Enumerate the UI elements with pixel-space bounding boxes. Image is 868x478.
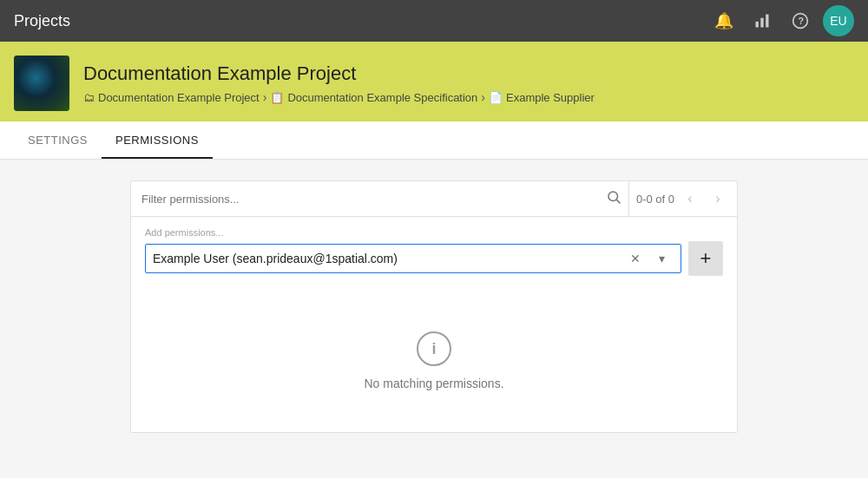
svg-rect-0 bbox=[756, 22, 759, 28]
clear-input-button[interactable]: ✕ bbox=[623, 246, 648, 271]
project-title: Documentation Example Project bbox=[83, 62, 595, 85]
breadcrumb-label-2: Example Supplier bbox=[506, 91, 595, 104]
breadcrumb: 🗂 Documentation Example Project › 📋 Docu… bbox=[83, 90, 595, 104]
pagination-next[interactable]: › bbox=[706, 187, 730, 211]
svg-point-5 bbox=[608, 192, 618, 201]
permissions-panel: 0-0 of 0 ‹ › Add permissions... ✕ ▾ + bbox=[130, 180, 738, 433]
tabs: SETTINGS PERMISSIONS bbox=[0, 121, 868, 160]
project-header: Documentation Example Project 🗂 Document… bbox=[0, 42, 868, 121]
add-input-wrap: ✕ ▾ bbox=[145, 244, 681, 273]
nav-icons: 🔔 ? EU bbox=[708, 5, 854, 36]
breadcrumb-sep-0: › bbox=[263, 90, 267, 104]
info-icon: i bbox=[417, 331, 451, 366]
filter-row: 0-0 of 0 ‹ › bbox=[131, 181, 737, 217]
user-avatar[interactable]: EU bbox=[823, 5, 854, 36]
breadcrumb-icon-1: 📋 bbox=[270, 91, 284, 104]
add-button[interactable]: + bbox=[688, 241, 723, 276]
app-title: Projects bbox=[14, 12, 70, 30]
filter-input[interactable] bbox=[141, 184, 601, 214]
breadcrumb-icon-2: 📄 bbox=[489, 91, 503, 104]
empty-state: i No matching permissions. bbox=[131, 290, 737, 432]
dropdown-arrow-icon[interactable]: ▾ bbox=[649, 246, 674, 271]
add-permissions-row: ✕ ▾ + bbox=[145, 241, 723, 276]
add-permissions-label: Add permissions... bbox=[145, 227, 723, 238]
add-input-actions: ✕ ▾ bbox=[623, 246, 674, 271]
svg-rect-2 bbox=[766, 15, 768, 28]
breadcrumb-item-1[interactable]: 📋 Documentation Example Specification bbox=[270, 91, 477, 104]
breadcrumb-label-1: Documentation Example Specification bbox=[287, 91, 477, 104]
project-thumbnail bbox=[14, 56, 69, 111]
pagination-prev[interactable]: ‹ bbox=[678, 187, 702, 211]
search-icon bbox=[606, 189, 621, 208]
pagination-label: 0-0 of 0 bbox=[636, 193, 674, 206]
tab-settings[interactable]: SETTINGS bbox=[14, 121, 102, 159]
breadcrumb-label-0: Documentation Example Project bbox=[98, 91, 260, 104]
tab-permissions[interactable]: PERMISSIONS bbox=[102, 121, 213, 159]
breadcrumb-icon-0: 🗂 bbox=[83, 91, 95, 104]
svg-rect-1 bbox=[760, 18, 763, 28]
svg-text:?: ? bbox=[799, 16, 805, 26]
breadcrumb-item-0[interactable]: 🗂 Documentation Example Project bbox=[83, 91, 260, 104]
top-nav: Projects 🔔 ? EU bbox=[0, 0, 868, 42]
empty-message: No matching permissions. bbox=[364, 377, 503, 390]
filter-input-wrap bbox=[131, 184, 628, 214]
main-content: 0-0 of 0 ‹ › Add permissions... ✕ ▾ + bbox=[0, 160, 868, 475]
add-permissions-section: Add permissions... ✕ ▾ + bbox=[131, 217, 737, 290]
pagination: 0-0 of 0 ‹ › bbox=[628, 181, 737, 216]
bell-icon[interactable]: 🔔 bbox=[708, 5, 740, 36]
chart-icon[interactable] bbox=[746, 5, 778, 36]
add-permissions-input[interactable] bbox=[153, 245, 623, 272]
project-info: Documentation Example Project 🗂 Document… bbox=[83, 62, 595, 104]
svg-line-6 bbox=[616, 200, 620, 203]
breadcrumb-sep-1: › bbox=[481, 90, 485, 104]
help-icon[interactable]: ? bbox=[785, 5, 816, 36]
breadcrumb-item-2[interactable]: 📄 Example Supplier bbox=[489, 91, 595, 104]
